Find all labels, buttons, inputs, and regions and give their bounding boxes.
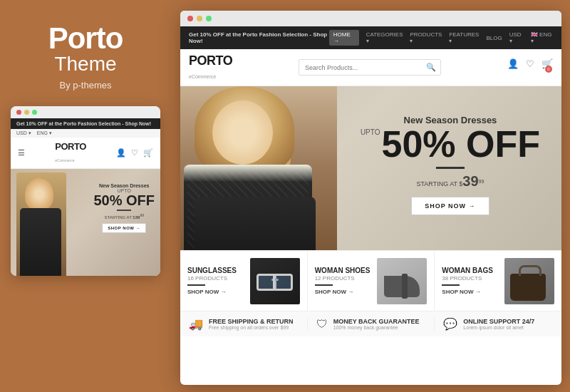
- category-bags: WOMAN BAGS 38 PRODUCTS SHOP NOW →: [435, 251, 561, 311]
- hero-starting: STARTING AT $3999: [361, 173, 540, 190]
- category-sunglasses-shop[interactable]: SHOP NOW →: [187, 289, 250, 295]
- mobile-user-icon[interactable]: 👤: [116, 148, 126, 158]
- money-back-desc: 100% money back guarantee: [333, 325, 420, 330]
- category-bags-name: WOMAN BAGS: [442, 267, 504, 274]
- category-sunglasses-name: SUNGLASSES: [187, 267, 250, 274]
- hero-divider: [436, 167, 465, 169]
- site-promo: Get 10% OFF at the Porto Fashion Selecti…: [189, 31, 329, 44]
- mobile-nav-icons: 👤 ♡ 🛒: [116, 148, 153, 158]
- brand-title: Porto: [48, 21, 123, 56]
- footer-shipping: 🚚 FREE SHIPPING & RETURN Free shipping o…: [180, 317, 308, 331]
- footer-shipping-text: FREE SHIPPING & RETURN Free shipping on …: [209, 318, 294, 330]
- category-shoes-divider: [315, 284, 333, 286]
- browser-window: Get 10% OFF at the Porto Fashion Selecti…: [180, 11, 561, 385]
- category-sunglasses-text: SUNGLASSES 16 PRODUCTS SHOP NOW →: [187, 267, 250, 295]
- mobile-cart-icon[interactable]: 🛒: [143, 148, 153, 158]
- brand-by: By p-themes: [60, 80, 112, 91]
- mobile-preview-card: Get 10% OFF at the Porto Fashion Selecti…: [11, 106, 160, 276]
- mobile-promo: Get 10% OFF at the Porto Fashion Selecti…: [16, 121, 151, 126]
- shipping-desc: Free shipping on all orders over $99: [209, 325, 294, 330]
- browser-titlebar: [180, 11, 561, 26]
- category-bags-shop[interactable]: SHOP NOW →: [442, 289, 504, 295]
- hero-content: New Season Dresses UPTO 50% OFF STARTING…: [361, 115, 540, 215]
- mobile-hero: New Season Dresses UPTO 50% OFF STARTING…: [11, 169, 160, 276]
- mobile-flag-select[interactable]: ENG ▾: [37, 130, 52, 136]
- category-shoes-count: 12 PRODUCTS: [315, 275, 378, 282]
- shoes-image: [377, 258, 427, 304]
- shoes-shape: [377, 258, 427, 304]
- dot-red: [16, 110, 21, 115]
- bag-shape: [504, 258, 554, 304]
- money-back-title: MONEY BACK GUARANTEE: [333, 318, 420, 325]
- hero-figure: [180, 86, 337, 250]
- hamburger-icon[interactable]: ☰: [18, 148, 25, 158]
- category-shoes-shop[interactable]: SHOP NOW →: [315, 289, 378, 295]
- nav-usd[interactable]: USD ▾: [509, 31, 524, 44]
- header-icons: 👤 ♡ 🛒 0: [507, 58, 553, 76]
- hero-figure-bg: [180, 86, 337, 250]
- mobile-nav: ☰ PORTO eCommerce 👤 ♡ 🛒: [11, 138, 160, 169]
- support-desc: Lorem ipsum dolor sit amet: [463, 325, 534, 330]
- mobile-hero-figure: [16, 172, 66, 276]
- browser-dot-yellow: [197, 16, 202, 21]
- site-topbar: Get 10% OFF at the Porto Fashion Selecti…: [180, 26, 561, 49]
- nav-features[interactable]: FEATURES ▾: [449, 31, 479, 44]
- footer-strip: 🚚 FREE SHIPPING & RETURN Free shipping o…: [180, 311, 561, 336]
- cart-icon[interactable]: 🛒 0: [542, 58, 553, 76]
- mobile-topbar: Get 10% OFF at the Porto Fashion Selecti…: [11, 118, 160, 129]
- brand-subtitle: Theme: [54, 53, 116, 76]
- hero-big-off: 50% OFF: [382, 125, 541, 163]
- category-bags-divider: [442, 284, 460, 286]
- footer-support-text: ONLINE SUPPORT 24/7 Lorem ipsum dolor si…: [463, 318, 534, 330]
- hero-shop-now-button[interactable]: SHOP NOW →: [411, 197, 489, 215]
- nav-home[interactable]: HOME →: [329, 30, 359, 46]
- support-icon: 💬: [443, 317, 457, 331]
- search-button[interactable]: 🔍: [422, 60, 440, 75]
- money-back-icon: 🛡: [316, 318, 328, 331]
- user-icon[interactable]: 👤: [507, 58, 519, 76]
- sunglasses-image: [250, 258, 300, 304]
- shipping-title: FREE SHIPPING & RETURN: [209, 318, 294, 325]
- hero-section: New Season Dresses UPTO 50% OFF STARTING…: [180, 86, 561, 250]
- footer-support: 💬 ONLINE SUPPORT 24/7 Lorem ipsum dolor …: [435, 317, 561, 331]
- dot-yellow: [24, 110, 29, 115]
- mobile-hero-text: New Season Dresses UPTO 50% OFF STARTING…: [93, 183, 155, 233]
- browser-dot-red: [187, 16, 193, 21]
- hero-upto: UPTO: [361, 128, 380, 136]
- nav-blog[interactable]: BLOG: [486, 35, 502, 41]
- site-header: PORTO eCommerce 🔍 👤 ♡ 🛒 0: [180, 49, 561, 86]
- mobile-lang-row: USD ▾ ENG ▾: [11, 129, 160, 138]
- wishlist-icon[interactable]: ♡: [526, 58, 534, 76]
- mobile-card-titlebar: [11, 106, 160, 118]
- support-title: ONLINE SUPPORT 24/7: [463, 318, 534, 325]
- category-strip: SUNGLASSES 16 PRODUCTS SHOP NOW → WOMAN …: [180, 250, 561, 311]
- shipping-icon: 🚚: [189, 317, 203, 331]
- category-shoes-text: WOMAN SHOES 12 PRODUCTS SHOP NOW →: [315, 267, 378, 295]
- mobile-wishlist-icon[interactable]: ♡: [131, 148, 138, 158]
- search-input[interactable]: [299, 61, 422, 74]
- nav-products[interactable]: PRODUCTS ▾: [410, 31, 442, 44]
- nav-lang[interactable]: 🇬🇧 ENG ▾: [531, 31, 553, 44]
- category-bags-count: 38 PRODUCTS: [442, 275, 504, 282]
- mobile-shop-now-button[interactable]: SHOP NOW →: [102, 223, 146, 233]
- dot-green: [32, 110, 37, 115]
- cart-badge: 0: [545, 66, 552, 73]
- site-topbar-nav: HOME → CATEGORIES ▾ PRODUCTS ▾ FEATURES …: [329, 30, 553, 46]
- category-shoes-name: WOMAN SHOES: [315, 267, 378, 274]
- mobile-lang-select[interactable]: USD ▾: [16, 130, 31, 136]
- footer-money-back: 🛡 MONEY BACK GUARANTEE 100% money back g…: [308, 317, 435, 331]
- footer-money-back-text: MONEY BACK GUARANTEE 100% money back gua…: [333, 318, 420, 330]
- mobile-porto-logo: PORTO eCommerce: [55, 141, 86, 165]
- site-search[interactable]: 🔍: [299, 59, 441, 76]
- category-sunglasses: SUNGLASSES 16 PRODUCTS SHOP NOW →: [180, 251, 308, 311]
- site-logo: PORTO eCommerce: [189, 53, 232, 81]
- browser-dot-green: [206, 16, 212, 21]
- nav-categories[interactable]: CATEGORIES ▾: [366, 31, 403, 44]
- category-shoes: WOMAN SHOES 12 PRODUCTS SHOP NOW →: [308, 251, 435, 311]
- category-sunglasses-count: 16 PRODUCTS: [187, 275, 250, 282]
- category-sunglasses-divider: [187, 284, 205, 286]
- category-bags-text: WOMAN BAGS 38 PRODUCTS SHOP NOW →: [442, 267, 504, 295]
- left-panel: Porto Theme By p-themes Get 10% OFF at t…: [0, 0, 171, 392]
- sunglasses-shape: [255, 270, 294, 292]
- bags-image: [504, 258, 554, 304]
